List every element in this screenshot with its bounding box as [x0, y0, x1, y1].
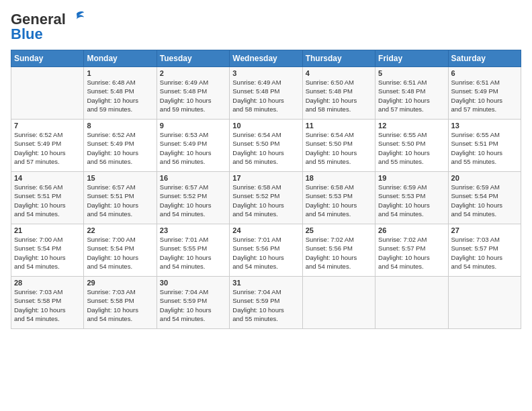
- col-header-sunday: Sunday: [11, 50, 84, 67]
- logo: General Blue: [11, 11, 86, 43]
- calendar-table: SundayMondayTuesdayWednesdayThursdayFrid…: [11, 50, 521, 329]
- day-info: Sunrise: 7:03 AM Sunset: 5:57 PM Dayligh…: [451, 235, 518, 271]
- day-cell: 26Sunrise: 7:02 AM Sunset: 5:57 PM Dayli…: [375, 224, 448, 277]
- week-row-3: 14Sunrise: 6:56 AM Sunset: 5:51 PM Dayli…: [11, 172, 521, 224]
- day-info: Sunrise: 6:52 AM Sunset: 5:49 PM Dayligh…: [14, 130, 81, 166]
- day-info: Sunrise: 6:52 AM Sunset: 5:49 PM Dayligh…: [87, 130, 153, 166]
- day-info: Sunrise: 7:03 AM Sunset: 5:58 PM Dayligh…: [87, 287, 153, 323]
- col-header-saturday: Saturday: [448, 50, 521, 67]
- logo-bird-icon: [67, 9, 86, 28]
- day-info: Sunrise: 6:55 AM Sunset: 5:50 PM Dayligh…: [378, 130, 445, 166]
- day-number: 24: [232, 226, 299, 234]
- day-cell: 28Sunrise: 7:03 AM Sunset: 5:58 PM Dayli…: [11, 277, 84, 329]
- day-cell: 15Sunrise: 6:57 AM Sunset: 5:51 PM Dayli…: [84, 172, 157, 224]
- day-number: 7: [14, 122, 81, 130]
- day-number: 26: [378, 226, 445, 234]
- day-number: 18: [306, 174, 372, 182]
- day-cell: 3Sunrise: 6:49 AM Sunset: 5:48 PM Daylig…: [230, 67, 302, 120]
- day-number: 29: [87, 279, 153, 287]
- day-info: Sunrise: 7:02 AM Sunset: 5:56 PM Dayligh…: [306, 235, 372, 271]
- day-cell: 14Sunrise: 6:56 AM Sunset: 5:51 PM Dayli…: [11, 172, 84, 224]
- day-cell: 25Sunrise: 7:02 AM Sunset: 5:56 PM Dayli…: [302, 224, 375, 277]
- day-cell: 8Sunrise: 6:52 AM Sunset: 5:49 PM Daylig…: [84, 120, 157, 172]
- day-info: Sunrise: 7:04 AM Sunset: 5:59 PM Dayligh…: [232, 287, 299, 323]
- day-info: Sunrise: 6:51 AM Sunset: 5:48 PM Dayligh…: [378, 78, 445, 113]
- day-number: 12: [378, 122, 445, 130]
- day-number: 11: [306, 122, 372, 130]
- day-number: 25: [306, 226, 372, 234]
- day-number: 20: [451, 174, 518, 182]
- day-cell: 5Sunrise: 6:51 AM Sunset: 5:48 PM Daylig…: [375, 67, 448, 120]
- day-number: 6: [451, 69, 518, 77]
- day-number: 22: [87, 226, 153, 234]
- day-number: 19: [378, 174, 445, 182]
- day-info: Sunrise: 6:58 AM Sunset: 5:52 PM Dayligh…: [232, 183, 299, 218]
- day-cell: 29Sunrise: 7:03 AM Sunset: 5:58 PM Dayli…: [84, 277, 157, 329]
- day-cell: 22Sunrise: 7:00 AM Sunset: 5:54 PM Dayli…: [84, 224, 157, 277]
- day-info: Sunrise: 7:01 AM Sunset: 5:56 PM Dayligh…: [232, 235, 299, 271]
- header-row: SundayMondayTuesdayWednesdayThursdayFrid…: [11, 50, 521, 67]
- day-number: 27: [451, 226, 518, 234]
- day-number: 4: [306, 69, 372, 77]
- day-cell: [375, 277, 448, 329]
- day-cell: 30Sunrise: 7:04 AM Sunset: 5:59 PM Dayli…: [157, 277, 229, 329]
- day-number: 13: [451, 122, 518, 130]
- day-info: Sunrise: 7:04 AM Sunset: 5:59 PM Dayligh…: [160, 287, 226, 323]
- day-cell: 23Sunrise: 7:01 AM Sunset: 5:55 PM Dayli…: [157, 224, 229, 277]
- calendar-container: General Blue SundayMondayTuesdayWednesda…: [0, 0, 532, 411]
- day-info: Sunrise: 6:58 AM Sunset: 5:53 PM Dayligh…: [306, 183, 372, 218]
- day-cell: 27Sunrise: 7:03 AM Sunset: 5:57 PM Dayli…: [448, 224, 521, 277]
- col-header-thursday: Thursday: [302, 50, 375, 67]
- day-cell: [302, 277, 375, 329]
- day-info: Sunrise: 6:51 AM Sunset: 5:49 PM Dayligh…: [451, 78, 518, 113]
- day-info: Sunrise: 6:54 AM Sunset: 5:50 PM Dayligh…: [306, 130, 372, 166]
- day-info: Sunrise: 6:48 AM Sunset: 5:48 PM Dayligh…: [87, 78, 153, 113]
- day-number: 14: [14, 174, 81, 182]
- day-cell: 12Sunrise: 6:55 AM Sunset: 5:50 PM Dayli…: [375, 120, 448, 172]
- day-info: Sunrise: 7:01 AM Sunset: 5:55 PM Dayligh…: [160, 235, 226, 271]
- day-number: 2: [160, 69, 226, 77]
- day-number: 17: [232, 174, 299, 182]
- day-cell: 4Sunrise: 6:50 AM Sunset: 5:48 PM Daylig…: [302, 67, 375, 120]
- col-header-tuesday: Tuesday: [157, 50, 229, 67]
- day-info: Sunrise: 6:57 AM Sunset: 5:52 PM Dayligh…: [160, 183, 226, 218]
- day-info: Sunrise: 7:02 AM Sunset: 5:57 PM Dayligh…: [378, 235, 445, 271]
- day-cell: 2Sunrise: 6:49 AM Sunset: 5:48 PM Daylig…: [157, 67, 229, 120]
- day-cell: 7Sunrise: 6:52 AM Sunset: 5:49 PM Daylig…: [11, 120, 84, 172]
- day-cell: 9Sunrise: 6:53 AM Sunset: 5:49 PM Daylig…: [157, 120, 229, 172]
- day-cell: [11, 67, 84, 120]
- day-info: Sunrise: 6:56 AM Sunset: 5:51 PM Dayligh…: [14, 183, 81, 218]
- col-header-wednesday: Wednesday: [230, 50, 302, 67]
- day-info: Sunrise: 7:03 AM Sunset: 5:58 PM Dayligh…: [14, 287, 81, 323]
- day-info: Sunrise: 6:59 AM Sunset: 5:53 PM Dayligh…: [378, 183, 445, 218]
- week-row-5: 28Sunrise: 7:03 AM Sunset: 5:58 PM Dayli…: [11, 277, 521, 329]
- day-number: 10: [232, 122, 299, 130]
- day-number: 5: [378, 69, 445, 77]
- day-cell: 19Sunrise: 6:59 AM Sunset: 5:53 PM Dayli…: [375, 172, 448, 224]
- day-cell: 31Sunrise: 7:04 AM Sunset: 5:59 PM Dayli…: [230, 277, 302, 329]
- day-info: Sunrise: 6:50 AM Sunset: 5:48 PM Dayligh…: [306, 78, 372, 113]
- day-cell: 13Sunrise: 6:55 AM Sunset: 5:51 PM Dayli…: [448, 120, 521, 172]
- day-info: Sunrise: 6:59 AM Sunset: 5:54 PM Dayligh…: [451, 183, 518, 218]
- day-cell: 20Sunrise: 6:59 AM Sunset: 5:54 PM Dayli…: [448, 172, 521, 224]
- day-cell: 24Sunrise: 7:01 AM Sunset: 5:56 PM Dayli…: [230, 224, 302, 277]
- header: General Blue: [11, 11, 521, 43]
- day-cell: 17Sunrise: 6:58 AM Sunset: 5:52 PM Dayli…: [230, 172, 302, 224]
- day-number: 15: [87, 174, 153, 182]
- day-cell: 10Sunrise: 6:54 AM Sunset: 5:50 PM Dayli…: [230, 120, 302, 172]
- week-row-4: 21Sunrise: 7:00 AM Sunset: 5:54 PM Dayli…: [11, 224, 521, 277]
- col-header-friday: Friday: [375, 50, 448, 67]
- day-number: 31: [232, 279, 299, 287]
- day-info: Sunrise: 6:54 AM Sunset: 5:50 PM Dayligh…: [232, 130, 299, 166]
- day-info: Sunrise: 7:00 AM Sunset: 5:54 PM Dayligh…: [87, 235, 153, 271]
- day-cell: [448, 277, 521, 329]
- day-cell: 11Sunrise: 6:54 AM Sunset: 5:50 PM Dayli…: [302, 120, 375, 172]
- day-cell: 1Sunrise: 6:48 AM Sunset: 5:48 PM Daylig…: [84, 67, 157, 120]
- day-number: 21: [14, 226, 81, 234]
- day-number: 3: [232, 69, 299, 77]
- col-header-monday: Monday: [84, 50, 157, 67]
- day-info: Sunrise: 6:53 AM Sunset: 5:49 PM Dayligh…: [160, 130, 226, 166]
- day-number: 9: [160, 122, 226, 130]
- day-cell: 21Sunrise: 7:00 AM Sunset: 5:54 PM Dayli…: [11, 224, 84, 277]
- day-cell: 18Sunrise: 6:58 AM Sunset: 5:53 PM Dayli…: [302, 172, 375, 224]
